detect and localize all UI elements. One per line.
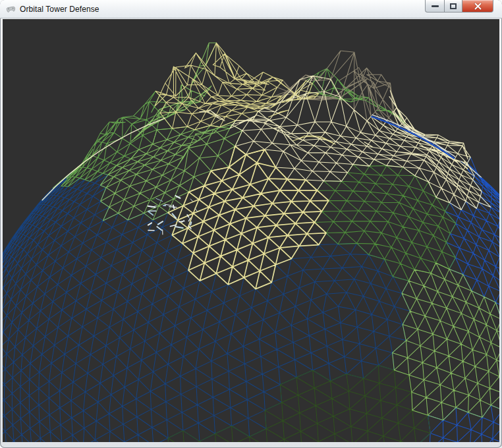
minimize-button[interactable] [425, 0, 444, 13]
game-canvas[interactable] [3, 19, 499, 442]
minimize-icon [432, 5, 439, 7]
close-icon [474, 3, 482, 10]
maximize-button[interactable] [444, 0, 462, 13]
app-window: Orbital Tower Defense [0, 0, 502, 448]
close-button[interactable] [462, 0, 493, 13]
game-viewport [3, 19, 499, 442]
window-title: Orbital Tower Defense [20, 5, 99, 14]
maximize-icon [450, 3, 457, 9]
window-controls [425, 0, 493, 13]
gamepad-icon [5, 4, 16, 14]
